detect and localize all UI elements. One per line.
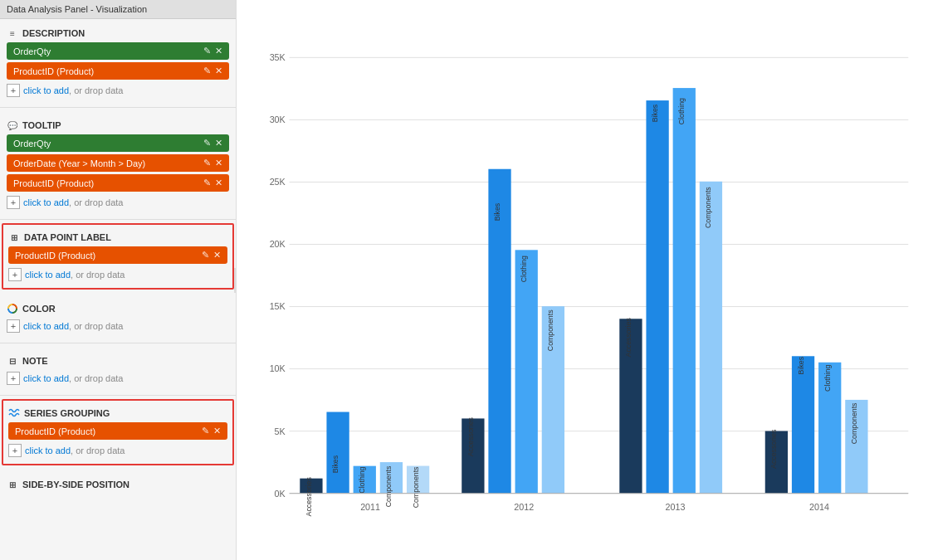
collapse-arrow[interactable]: ❯ <box>234 268 237 293</box>
svg-text:Clothing: Clothing <box>520 256 528 282</box>
svg-text:Bikes: Bikes <box>797 356 805 374</box>
side-by-side-section: ⊞ SIDE-BY-SIDE POSITION <box>0 470 236 497</box>
tooltip-add-row: + click to add, or drop data <box>7 194 229 212</box>
svg-text:Components: Components <box>412 466 420 508</box>
svg-text:Clothing: Clothing <box>358 466 366 493</box>
data-point-label-add-row: + click to add, or drop data <box>8 266 227 285</box>
description-header: ≡ DESCRIPTION <box>7 27 229 39</box>
tooltip-field-0[interactable]: OrderQty ✎ ✕ <box>7 134 229 152</box>
remove-icon[interactable]: ✕ <box>213 250 221 261</box>
color-add-row: + click to add, or drop data <box>7 318 229 336</box>
series-grouping-header: SERIES GROUPING <box>8 407 227 419</box>
remove-icon[interactable]: ✕ <box>215 158 222 168</box>
edit-icon[interactable]: ✎ <box>203 46 211 56</box>
svg-text:Bikes: Bikes <box>651 104 659 122</box>
svg-text:Clothing: Clothing <box>677 98 686 124</box>
description-field-0[interactable]: OrderQty ✎ ✕ <box>7 42 229 60</box>
svg-text:2012: 2012 <box>514 502 534 512</box>
side-by-side-header: ⊞ SIDE-BY-SIDE POSITION <box>7 479 229 490</box>
svg-text:25K: 25K <box>270 177 286 187</box>
note-add-row: + click to add, or drop data <box>7 370 229 388</box>
bar-chart: 35K 30K 25K 20K 15K 10K 5K 0K 2011 <box>245 8 916 543</box>
data-point-label-field-0[interactable]: ProductID (Product) ✎ ✕ <box>8 246 227 264</box>
tooltip-click-link[interactable]: click to add <box>23 197 69 207</box>
bar-2012-clothing <box>515 250 538 493</box>
color-section: COLOR + click to add, or drop data <box>0 295 236 339</box>
svg-text:Accessories: Accessories <box>769 429 778 469</box>
svg-text:Components: Components <box>384 465 393 507</box>
svg-text:35K: 35K <box>270 52 286 62</box>
tooltip-section: 💬 TOOLTIP OrderQty ✎ ✕ OrderDate (Year >… <box>0 111 236 216</box>
color-header: COLOR <box>7 303 229 314</box>
svg-text:10K: 10K <box>270 363 286 373</box>
note-icon: ⊟ <box>7 355 18 367</box>
svg-text:5K: 5K <box>275 426 286 436</box>
series-grouping-click-link[interactable]: click to add <box>25 446 71 455</box>
note-click-link[interactable]: click to add <box>23 373 69 383</box>
description-section: ≡ DESCRIPTION OrderQty ✎ ✕ ProductID (Pr… <box>0 19 236 104</box>
svg-text:Accessories: Accessories <box>624 318 633 358</box>
series-grouping-add-button[interactable]: + <box>8 444 22 457</box>
remove-icon[interactable]: ✕ <box>215 138 222 149</box>
tooltip-icon: 💬 <box>7 119 18 131</box>
svg-text:Components: Components <box>546 309 554 351</box>
tooltip-add-button[interactable]: + <box>7 196 20 209</box>
chart-container: 35K 30K 25K 20K 15K 10K 5K 0K 2011 <box>245 8 916 543</box>
data-point-label-section: ⊞ DATA POINT LABEL ProductID (Product) ✎… <box>2 223 234 290</box>
edit-icon[interactable]: ✎ <box>202 250 209 261</box>
svg-text:Accessories: Accessories <box>466 416 475 456</box>
svg-text:Bikes: Bikes <box>493 202 501 221</box>
description-add-button[interactable]: + <box>7 84 20 97</box>
series-grouping-icon <box>8 407 20 419</box>
description-icon: ≡ <box>7 27 18 39</box>
note-header: ⊟ NOTE <box>7 355 229 367</box>
left-panel: Data Analysis Panel - Visualization ≡ DE… <box>0 0 237 560</box>
bar-2014-bikes <box>792 356 814 493</box>
svg-text:2011: 2011 <box>360 502 380 512</box>
edit-icon[interactable]: ✎ <box>203 158 211 168</box>
panel-title: Data Analysis Panel - Visualization <box>0 0 236 19</box>
remove-icon[interactable]: ✕ <box>215 66 222 76</box>
tooltip-field-1[interactable]: OrderDate (Year > Month > Day) ✎ ✕ <box>7 154 229 172</box>
data-point-click-link[interactable]: click to add <box>25 270 71 280</box>
remove-icon[interactable]: ✕ <box>215 178 222 188</box>
series-grouping-add-row: + click to add, or drop data <box>8 442 227 460</box>
side-by-side-icon: ⊞ <box>7 479 18 490</box>
edit-icon[interactable]: ✎ <box>203 178 211 188</box>
edit-icon[interactable]: ✎ <box>203 66 211 76</box>
remove-icon[interactable]: ✕ <box>213 426 221 436</box>
color-add-button[interactable]: + <box>7 319 20 333</box>
svg-text:0K: 0K <box>275 489 286 499</box>
data-point-label-header: ⊞ DATA POINT LABEL <box>8 231 227 243</box>
note-add-button[interactable]: + <box>7 372 20 385</box>
svg-text:15K: 15K <box>270 301 286 311</box>
svg-text:2014: 2014 <box>809 502 829 512</box>
description-add-row: + click to add, or drop data <box>7 82 229 100</box>
series-grouping-field-0[interactable]: ProductID (Product) ✎ ✕ <box>8 422 227 440</box>
description-click-link[interactable]: click to add <box>23 85 69 95</box>
chart-area: 35K 30K 25K 20K 15K 10K 5K 0K 2011 <box>237 0 933 560</box>
color-icon <box>7 303 18 314</box>
description-field-1[interactable]: ProductID (Product) ✎ ✕ <box>7 62 229 80</box>
svg-text:2013: 2013 <box>666 502 686 512</box>
data-point-label-icon: ⊞ <box>8 231 20 243</box>
tooltip-header: 💬 TOOLTIP <box>7 119 229 131</box>
remove-icon[interactable]: ✕ <box>215 46 222 56</box>
svg-text:Clothing: Clothing <box>823 365 832 392</box>
color-click-link[interactable]: click to add <box>23 321 69 331</box>
data-point-label-add-button[interactable]: + <box>8 268 22 281</box>
bar-2013-clothing <box>673 88 696 494</box>
svg-text:Components: Components <box>850 402 858 444</box>
series-grouping-section: SERIES GROUPING ProductID (Product) ✎ ✕ … <box>2 399 234 465</box>
svg-text:Bikes: Bikes <box>331 455 339 473</box>
bar-2013-bikes <box>646 100 668 494</box>
edit-icon[interactable]: ✎ <box>203 138 211 149</box>
svg-text:Accessories: Accessories <box>305 477 313 517</box>
bar-2011-bikes <box>326 412 349 494</box>
svg-text:20K: 20K <box>270 239 286 249</box>
svg-text:30K: 30K <box>270 114 286 124</box>
svg-text:Components: Components <box>704 187 712 228</box>
tooltip-field-2[interactable]: ProductID (Product) ✎ ✕ <box>7 174 229 192</box>
note-section: ⊟ NOTE + click to add, or drop data <box>0 347 236 392</box>
edit-icon[interactable]: ✎ <box>202 426 209 436</box>
